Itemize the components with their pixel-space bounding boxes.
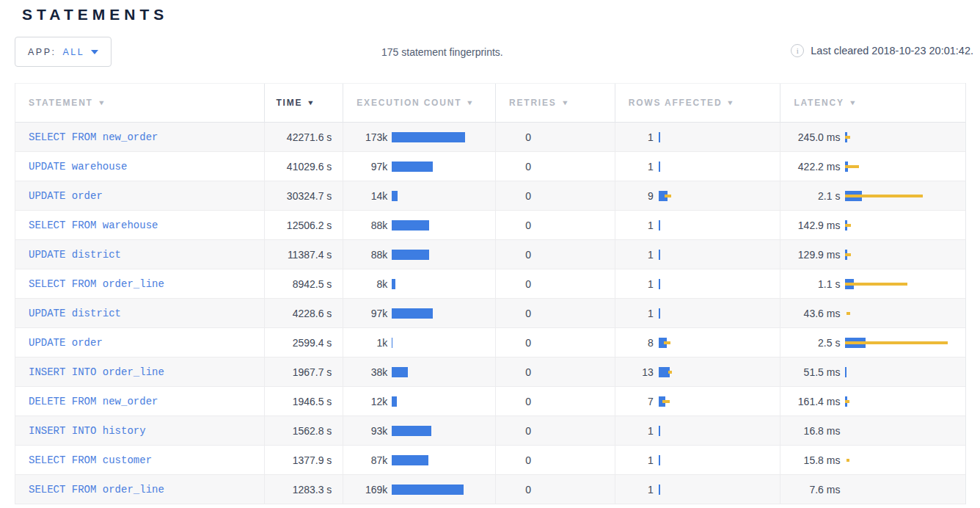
statement-cell: UPDATE order [15, 328, 264, 357]
count-bar [392, 220, 429, 231]
statement-cell: UPDATE warehouse [15, 152, 264, 181]
time-cell: 41029.6 s [264, 152, 343, 181]
statement-link[interactable]: DELETE FROM new_order [29, 396, 158, 407]
execution-count-bar [392, 278, 495, 290]
rows-affected-bar [659, 249, 780, 261]
rows-affected-bar [659, 131, 780, 143]
execution-count-value: 1k [343, 337, 387, 349]
table-row: UPDATE district 4228.6 s 97k 0 1 43.6 ms [15, 299, 965, 328]
execution-count-value: 97k [343, 308, 387, 319]
statement-link[interactable]: SELECT FROM order_line [29, 278, 164, 290]
statement-link[interactable]: UPDATE district [29, 249, 121, 261]
count-bar [392, 162, 433, 172]
latency-value: 161.4 ms [780, 396, 840, 407]
statement-link[interactable]: UPDATE order [29, 337, 103, 349]
execution-count-bar [392, 190, 495, 202]
statement-cell: UPDATE district [15, 240, 264, 269]
retries-value: 0 [496, 161, 531, 173]
statement-link[interactable]: SELECT FROM warehouse [29, 219, 158, 231]
rows-affected-bar [659, 219, 780, 231]
latency-bar [845, 454, 965, 466]
execution-count-bar [392, 425, 495, 437]
retries-value: 0 [496, 366, 531, 378]
statement-link[interactable]: INSERT INTO history [29, 425, 146, 437]
info-icon[interactable]: i [791, 44, 804, 57]
latency-cell: 161.4 ms [780, 387, 965, 416]
execution-count-bar [392, 337, 495, 349]
rows-affected-cell: 1 [615, 269, 780, 298]
table-row: UPDATE warehouse 41029.6 s 97k 0 1 422.2… [15, 152, 965, 181]
retries-value: 0 [496, 308, 531, 319]
statement-link[interactable]: UPDATE order [29, 190, 103, 202]
retries-cell: 0 [495, 211, 615, 239]
execution-count-value: 88k [343, 219, 387, 231]
execution-count-value: 38k [343, 366, 387, 378]
rows-affected-cell: 9 [615, 181, 780, 210]
latency-value: 15.8 ms [780, 454, 840, 466]
rows-affected-cell: 8 [615, 328, 780, 357]
latency-cell: 2.1 s [780, 181, 965, 210]
time-cell: 11387.4 s [264, 240, 343, 269]
latency-bar [845, 190, 965, 202]
column-header-execution-count[interactable]: EXECUTION COUNT ▼ [343, 84, 495, 122]
rows-affected-value: 1 [615, 308, 654, 319]
latency-value: 245.0 ms [780, 131, 840, 143]
rows-affected-value: 1 [615, 131, 654, 143]
latency-bar [845, 131, 965, 143]
rows-affected-cell: 1 [615, 416, 780, 445]
latency-value: 7.6 ms [780, 484, 840, 496]
stddev-bar [665, 195, 671, 197]
rows-affected-value: 9 [615, 190, 654, 202]
execution-count-value: 88k [343, 249, 387, 261]
retries-cell: 0 [495, 240, 615, 269]
time-cell: 1946.5 s [264, 387, 343, 416]
retries-cell: 0 [495, 328, 615, 357]
retries-cell: 0 [495, 299, 615, 327]
statement-count-summary: 175 statement fingerprints. [381, 46, 503, 58]
column-header-latency[interactable]: LATENCY ▼ [780, 84, 965, 122]
execution-count-cell: 1k [343, 328, 495, 357]
statement-cell: SELECT FROM order_line [15, 475, 264, 504]
retries-cell: 0 [495, 123, 615, 151]
statement-link[interactable]: SELECT FROM new_order [29, 131, 158, 143]
statement-cell: INSERT INTO history [15, 416, 264, 445]
statement-link[interactable]: INSERT INTO order_line [29, 366, 164, 378]
statement-link[interactable]: SELECT FROM order_line [29, 484, 164, 496]
stddev-bar [662, 400, 670, 403]
time-cell: 42271.6 s [264, 123, 343, 151]
time-cell: 4228.6 s [264, 299, 343, 327]
app-filter-dropdown[interactable]: APP: ALL [15, 37, 111, 67]
statement-link[interactable]: UPDATE warehouse [29, 161, 127, 173]
stddev-bar [846, 312, 850, 315]
execution-count-cell: 173k [343, 123, 495, 151]
execution-count-cell: 38k [343, 358, 495, 386]
column-header-time[interactable]: TIME ▼ [264, 84, 343, 122]
statement-link[interactable]: SELECT FROM customer [29, 454, 152, 466]
column-header-retries[interactable]: RETRIES ▼ [495, 84, 615, 122]
table-row: SELECT FROM order_line 8942.5 s 8k 0 1 1… [15, 269, 965, 299]
retries-cell: 0 [495, 358, 615, 386]
time-cell: 12506.2 s [264, 211, 343, 239]
latency-value: 422.2 ms [780, 161, 840, 173]
latency-value: 129.9 ms [780, 249, 840, 261]
count-bar [392, 367, 408, 377]
rows-affected-bar [659, 337, 780, 349]
retries-cell: 0 [495, 475, 615, 504]
rows-affected-value: 7 [615, 396, 654, 407]
rows-affected-cell: 1 [615, 240, 780, 269]
latency-cell: 15.8 ms [780, 446, 965, 474]
rows-affected-value: 1 [615, 425, 654, 437]
rows-affected-cell: 1 [615, 211, 780, 239]
sort-desc-icon: ▼ [849, 99, 858, 106]
latency-bar [845, 484, 965, 496]
latency-value: 1.1 s [780, 278, 840, 290]
last-cleared-status: i Last cleared 2018-10-23 20:01:42. [791, 44, 973, 57]
statement-link[interactable]: UPDATE district [29, 308, 121, 319]
rows-affected-cell: 1 [615, 299, 780, 327]
column-header-statement[interactable]: STATEMENT ▼ [15, 84, 264, 122]
column-header-rows-affected[interactable]: ROWS AFFECTED ▼ [615, 84, 780, 122]
rows-affected-bar [659, 366, 780, 378]
execution-count-cell: 12k [343, 387, 495, 416]
execution-count-cell: 87k [343, 446, 495, 474]
last-cleared-text: Last cleared 2018-10-23 20:01:42. [811, 45, 973, 57]
